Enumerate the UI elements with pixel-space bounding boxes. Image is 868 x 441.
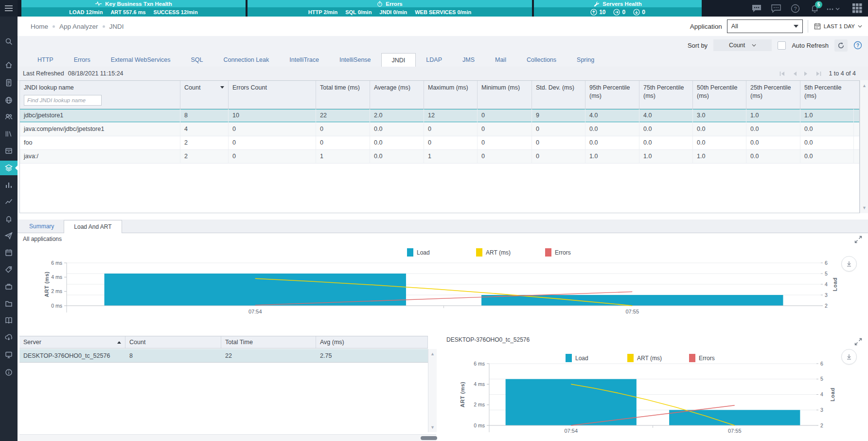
tab-mail[interactable]: Mail	[485, 53, 516, 67]
tab-intellitrace[interactable]: IntelliTrace	[279, 53, 329, 67]
cloud-icon[interactable]	[0, 330, 18, 345]
column-header-minimum-ms-[interactable]: Minimum (ms)	[478, 81, 532, 109]
table-row[interactable]: java:/2010.01001.01.01.00.00.0	[20, 150, 859, 164]
archive-icon[interactable]	[0, 144, 18, 158]
download-chart-button[interactable]	[841, 349, 857, 365]
column-header-average-ms-[interactable]: Average (ms)	[370, 81, 424, 109]
prev-page-icon[interactable]	[792, 71, 797, 76]
jndi-filter-input[interactable]	[24, 95, 102, 106]
last-page-icon[interactable]	[815, 71, 822, 76]
breadcrumb-item[interactable]: JNDI	[109, 23, 124, 30]
table-row[interactable]: jdbc/jpetstore1810222.012094.04.03.01.01…	[20, 109, 859, 123]
tab-load-and-art[interactable]: Load And ART	[64, 220, 122, 233]
globe-icon[interactable]	[0, 93, 18, 108]
tab-jms[interactable]: JMS	[452, 53, 485, 67]
column-header-95th-percentile-ms-[interactable]: 95th Percentile (ms)	[585, 81, 639, 109]
table-row[interactable]: java:comp/env/jdbc/jpetstore14000.00000.…	[20, 123, 859, 136]
tab-connection-leak[interactable]: Connection Leak	[213, 53, 279, 67]
expand-icon[interactable]	[854, 236, 862, 243]
column-header-5th-percentile-ms-[interactable]: 5th Percentile (ms)	[800, 81, 854, 109]
tab-sql[interactable]: SQL	[180, 53, 213, 67]
health-section-3[interactable]: Servers Health1000	[534, 0, 702, 17]
layers-icon[interactable]	[0, 161, 18, 175]
column-header-avg-ms-[interactable]: Avg (ms)	[316, 336, 428, 348]
hscroll-thumb[interactable]	[421, 436, 437, 440]
scroll-down-icon[interactable]: ▼	[860, 205, 868, 210]
column-header-total-time[interactable]: Total Time	[221, 336, 316, 348]
column-header-total-time-ms-[interactable]: Total time (ms)	[316, 81, 370, 109]
server-table-hscrollbar[interactable]	[19, 434, 436, 441]
column-header-errors-count[interactable]: Errors Count	[229, 81, 316, 109]
home-icon[interactable]	[0, 58, 18, 73]
server-table-scrollbar[interactable]: ▲ ▼	[428, 349, 437, 432]
tab-http[interactable]: HTTP	[27, 53, 64, 67]
search-icon[interactable]	[0, 34, 18, 49]
help-icon[interactable]: ?	[853, 41, 862, 50]
apps-grid-icon[interactable]	[849, 0, 866, 17]
book-icon[interactable]	[0, 313, 18, 328]
table-row[interactable]: foo2000.00000.00.00.00.00.0	[20, 136, 859, 150]
tab-spring[interactable]: Spring	[567, 53, 604, 67]
chat-outline-icon[interactable]	[768, 0, 784, 17]
refresh-button[interactable]	[834, 39, 848, 52]
health-section-2[interactable]: ErrorsHTTP 2/minSQL 0/minJNDI 0/minWEB S…	[248, 0, 532, 17]
column-header-count[interactable]: Count	[180, 81, 229, 109]
tab-errors[interactable]: Errors	[64, 53, 101, 67]
column-header-std-dev-ms-[interactable]: Std. Dev. (ms)	[532, 81, 585, 109]
column-header-25th-percentile-ms-[interactable]: 25th Percentile (ms)	[746, 81, 800, 109]
column-header-jndi-lookup-name[interactable]: JNDI lookup name	[20, 81, 180, 109]
column-header-count[interactable]: Count	[125, 336, 221, 348]
column-header-maximum-ms-[interactable]: Maximum (ms)	[424, 81, 478, 109]
bar-chart-icon[interactable]	[0, 178, 18, 192]
tab-intellisense[interactable]: IntelliSense	[329, 53, 381, 67]
hamburger-menu-icon[interactable]	[0, 0, 18, 17]
auto-refresh-checkbox[interactable]	[778, 41, 786, 50]
scroll-up-icon[interactable]: ▲	[428, 351, 437, 356]
users-icon[interactable]	[0, 110, 18, 124]
more-menu-icon[interactable]	[825, 0, 841, 17]
column-header-server[interactable]: Server	[19, 336, 125, 348]
tab-summary[interactable]: Summary	[19, 220, 64, 233]
jndi-table-scrollbar[interactable]: ▲ ▼	[860, 80, 868, 213]
tab-collections[interactable]: Collections	[516, 53, 567, 67]
cell: 22	[221, 349, 316, 362]
chart-tabs-band: SummaryLoad And ART	[18, 220, 868, 233]
download-chart-button[interactable]	[841, 256, 857, 272]
first-page-icon[interactable]	[779, 71, 785, 76]
bell-icon[interactable]	[0, 212, 18, 226]
line-chart-icon[interactable]	[0, 194, 18, 209]
toolbox-icon[interactable]	[0, 279, 18, 294]
svg-text:3: 3	[825, 292, 828, 298]
svg-text:6 ms: 6 ms	[474, 361, 485, 367]
tag-icon[interactable]	[0, 262, 18, 277]
cell: 0.0	[800, 150, 854, 163]
server-table-row[interactable]: DESKTOP-376OHO0_tc_525768222.75	[19, 349, 428, 363]
breadcrumb-item[interactable]: Home	[31, 23, 48, 30]
help-circle-icon[interactable]: ?	[787, 0, 803, 17]
application-select[interactable]: All	[727, 19, 803, 33]
cell: 2.75	[316, 349, 428, 362]
document-icon[interactable]	[0, 75, 18, 90]
breadcrumb-item[interactable]: App Analyzer	[59, 23, 98, 30]
tab-ldap[interactable]: LDAP	[416, 53, 452, 67]
library-icon[interactable]	[0, 127, 18, 141]
info-icon[interactable]	[0, 365, 18, 380]
column-header-75th-percentile-ms-[interactable]: 75th Percentile (ms)	[639, 81, 693, 109]
folder-icon[interactable]	[0, 296, 18, 311]
tab-jndi[interactable]: JNDI	[381, 53, 416, 67]
monitor-icon[interactable]	[0, 348, 18, 362]
sort-by-select[interactable]: Count	[713, 39, 772, 51]
send-icon[interactable]	[0, 228, 18, 243]
next-page-icon[interactable]	[804, 71, 809, 76]
notifications-bell-icon[interactable]: 5	[806, 0, 823, 17]
time-range-picker[interactable]: LAST 1 DAY	[808, 20, 862, 33]
tab-external-webservices[interactable]: External WebServices	[101, 53, 181, 67]
health-section-1[interactable]: Key Business Txn HealthLOAD 12/minART 55…	[21, 0, 246, 17]
scroll-down-icon[interactable]: ▼	[428, 425, 437, 430]
calendar-icon[interactable]	[0, 245, 18, 260]
expand-icon[interactable]	[854, 338, 862, 346]
auto-refresh-label: Auto Refresh	[792, 42, 829, 49]
scroll-up-icon[interactable]: ▲	[860, 83, 868, 88]
chat-filled-icon[interactable]	[748, 0, 765, 17]
column-header-50th-percentile-ms-[interactable]: 50th Percentile (ms)	[693, 81, 746, 109]
